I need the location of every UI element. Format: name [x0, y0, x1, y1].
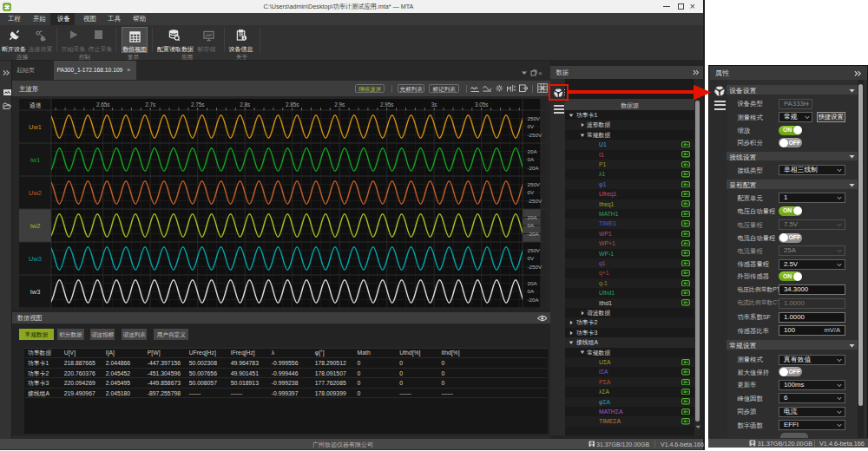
svg-text:20A: 20A [528, 148, 538, 154]
svg-text:2.65s: 2.65s [96, 101, 110, 108]
svg-text:Iw3: Iw3 [30, 288, 41, 296]
svg-text:0V: 0V [528, 189, 535, 195]
svg-text:通道: 通道 [30, 101, 42, 108]
svg-text:2.9s: 2.9s [334, 101, 345, 108]
svg-text:2.95s: 2.95s [380, 101, 394, 108]
svg-text:2.75s: 2.75s [191, 101, 205, 108]
svg-text:Iw2: Iw2 [30, 222, 41, 230]
svg-text:2.85s: 2.85s [286, 101, 299, 108]
svg-text:3s: 3s [431, 101, 437, 108]
svg-text:0A: 0A [528, 222, 535, 228]
svg-text:2.7s: 2.7s [145, 101, 155, 108]
svg-text:-20A: -20A [528, 297, 540, 303]
svg-text:-20A: -20A [528, 165, 540, 171]
svg-text:-20A: -20A [528, 231, 540, 237]
svg-text:-250V: -250V [528, 198, 542, 204]
svg-text:20A: 20A [528, 214, 538, 220]
svg-text:250V: 250V [528, 247, 541, 253]
svg-text:250V: 250V [528, 181, 541, 187]
svg-text:Uw1: Uw1 [29, 123, 42, 131]
svg-text:0V: 0V [528, 255, 535, 261]
svg-text:0A: 0A [528, 156, 535, 162]
svg-text:Uw3: Uw3 [29, 255, 42, 263]
svg-text:20A: 20A [528, 280, 538, 286]
svg-text:2.8s: 2.8s [240, 101, 250, 108]
svg-text:-250V: -250V [528, 132, 542, 138]
svg-text:Iw1: Iw1 [30, 156, 41, 164]
svg-text:Uw2: Uw2 [29, 189, 42, 197]
svg-text:-250V: -250V [528, 264, 542, 270]
svg-text:0V: 0V [528, 123, 535, 129]
svg-text:3.05s: 3.05s [475, 101, 489, 108]
svg-text:0A: 0A [528, 288, 535, 294]
svg-text:250V: 250V [528, 115, 541, 121]
